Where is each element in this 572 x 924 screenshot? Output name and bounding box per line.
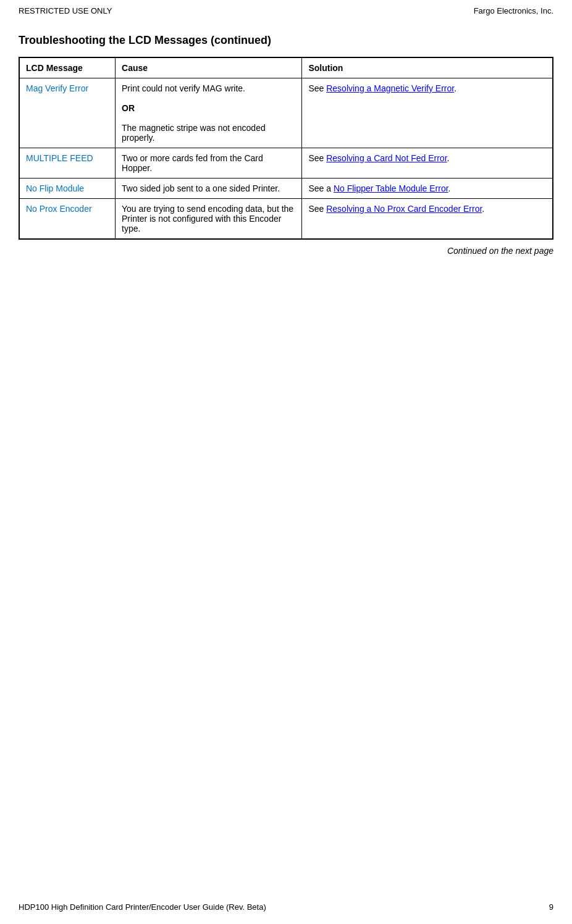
col-header-cause: Cause	[116, 57, 302, 78]
col-header-solution: Solution	[302, 57, 553, 78]
page-title: Troubleshooting the LCD Messages (contin…	[19, 34, 553, 47]
table-row-solution-0[interactable]: See Resolving a Magnetic Verify Error.	[302, 78, 553, 148]
col-header-lcd: LCD Message	[19, 57, 116, 78]
table-row-solution-2[interactable]: See a No Flipper Table Module Error.	[302, 178, 553, 199]
table-row-cause-0: Print could not verify MAG write.ORThe m…	[116, 78, 302, 148]
footer-right: 9	[549, 902, 553, 912]
table-row-lcd-0: Mag Verify Error	[19, 78, 116, 148]
table-row-cause-2: Two sided job sent to a one sided Printe…	[116, 178, 302, 199]
table-row-cause-1: Two or more cards fed from the Card Hopp…	[116, 148, 302, 178]
table-row-cause-3: You are trying to send encoding data, bu…	[116, 199, 302, 240]
header-right: Fargo Electronics, Inc.	[474, 6, 553, 15]
table-row-solution-3[interactable]: See Resolving a No Prox Card Encoder Err…	[302, 199, 553, 240]
troubleshooting-table: LCD Message Cause Solution Mag Verify Er…	[19, 57, 553, 240]
table-row-lcd-2: No Flip Module	[19, 178, 116, 199]
table-row-lcd-3: No Prox Encoder	[19, 199, 116, 240]
footer-left: HDP100 High Definition Card Printer/Enco…	[19, 902, 266, 912]
header-left: RESTRICTED USE ONLY	[19, 6, 112, 15]
table-row-lcd-1: MULTIPLE FEED	[19, 148, 116, 178]
table-row-solution-1[interactable]: See Resolving a Card Not Fed Error.	[302, 148, 553, 178]
continued-text: Continued on the next page	[19, 246, 553, 256]
